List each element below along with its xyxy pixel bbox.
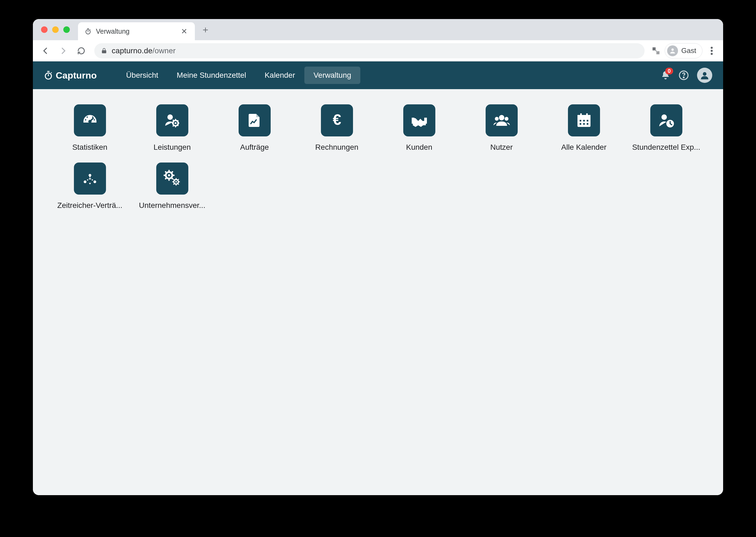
tile-invoices[interactable]: Rechnungen bbox=[301, 104, 372, 152]
tile-label: Rechnungen bbox=[315, 143, 358, 152]
user-clock-icon bbox=[650, 104, 682, 137]
tile-label: Leistungen bbox=[153, 143, 191, 152]
brand-name: Capturno bbox=[56, 70, 97, 81]
forward-button[interactable] bbox=[56, 43, 71, 59]
tile-users[interactable]: Nutzer bbox=[466, 104, 537, 152]
stopwatch-icon bbox=[44, 71, 53, 80]
tile-statistics[interactable]: Statistiken bbox=[55, 104, 125, 152]
tile-label: Nutzer bbox=[490, 143, 512, 152]
person-icon bbox=[699, 70, 710, 81]
nav-my-timesheets[interactable]: Meine Stundenzettel bbox=[167, 66, 255, 84]
tile-label: Alle Kalender bbox=[561, 143, 607, 152]
tile-orders[interactable]: Aufträge bbox=[219, 104, 290, 152]
guest-label: Gast bbox=[681, 47, 696, 55]
window-close-button[interactable] bbox=[41, 26, 48, 33]
toolbar-right: Gast bbox=[650, 43, 718, 59]
svg-point-4 bbox=[711, 53, 713, 55]
svg-point-3 bbox=[711, 50, 713, 52]
browser-tab-bar: Verwaltung ✕ ＋ bbox=[33, 19, 723, 40]
tile-label: Stundenzettel Exp... bbox=[632, 143, 700, 152]
window-maximize-button[interactable] bbox=[63, 26, 70, 33]
file-chart-icon bbox=[239, 104, 271, 137]
stopwatch-icon bbox=[84, 27, 92, 35]
main-nav: Übersicht Meine Stundenzettel Kalender V… bbox=[117, 66, 360, 84]
tile-label: Unternehmensver... bbox=[139, 201, 205, 210]
tile-label: Statistiken bbox=[72, 143, 107, 152]
browser-window: Verwaltung ✕ ＋ capturno.de/owner bbox=[33, 19, 723, 495]
brand-logo[interactable]: Capturno bbox=[44, 70, 97, 81]
distribute-icon bbox=[74, 162, 106, 194]
browser-tab[interactable]: Verwaltung ✕ bbox=[78, 22, 195, 40]
user-cog-icon bbox=[156, 104, 188, 137]
back-button[interactable] bbox=[38, 43, 53, 59]
tab-title: Verwaltung bbox=[96, 27, 176, 35]
tile-company-management[interactable]: Unternehmensver... bbox=[137, 162, 207, 210]
url-host: capturno.de bbox=[112, 47, 152, 55]
url-path: /owner bbox=[152, 47, 176, 55]
header-actions: 0 bbox=[660, 68, 712, 83]
new-tab-button[interactable]: ＋ bbox=[199, 23, 212, 36]
notification-badge: 0 bbox=[665, 68, 673, 74]
nav-calendar[interactable]: Kalender bbox=[256, 66, 304, 84]
address-field[interactable]: capturno.de/owner bbox=[94, 43, 645, 59]
cogs-icon bbox=[156, 162, 188, 194]
handshake-icon bbox=[403, 104, 435, 137]
browser-toolbar: capturno.de/owner Gast bbox=[33, 40, 723, 62]
tile-services[interactable]: Leistungen bbox=[137, 104, 207, 152]
tile-label: Aufträge bbox=[240, 143, 269, 152]
svg-point-7 bbox=[683, 77, 684, 78]
nav-overview[interactable]: Übersicht bbox=[117, 66, 167, 84]
help-button[interactable] bbox=[679, 70, 689, 80]
tile-zeitreicher-contracts[interactable]: Zeitreicher-Verträ... bbox=[55, 162, 125, 210]
svg-point-8 bbox=[703, 72, 706, 75]
account-button[interactable] bbox=[697, 68, 712, 83]
admin-tile-grid: StatistikenLeistungenAufträgeRechnungenK… bbox=[55, 104, 701, 210]
tile-label: Kunden bbox=[406, 143, 432, 152]
tile-timesheet-export[interactable]: Stundenzettel Exp... bbox=[631, 104, 701, 152]
dashboard-icon bbox=[74, 104, 106, 137]
euro-icon bbox=[321, 104, 353, 137]
svg-point-2 bbox=[711, 47, 713, 49]
window-controls bbox=[41, 26, 70, 33]
tile-label: Zeitreicher-Verträ... bbox=[57, 201, 123, 210]
notifications-button[interactable]: 0 bbox=[660, 70, 670, 80]
window-minimize-button[interactable] bbox=[52, 26, 59, 33]
tile-all-calendars[interactable]: Alle Kalender bbox=[549, 104, 619, 152]
users-icon bbox=[486, 104, 518, 137]
svg-point-1 bbox=[671, 48, 674, 51]
calendar-icon bbox=[568, 104, 600, 137]
reload-button[interactable] bbox=[74, 43, 89, 59]
lock-icon bbox=[101, 48, 107, 54]
help-icon bbox=[679, 70, 689, 80]
translate-icon[interactable] bbox=[650, 45, 662, 57]
person-icon bbox=[667, 45, 678, 56]
tile-customers[interactable]: Kunden bbox=[384, 104, 455, 152]
app-header: Capturno Übersicht Meine Stundenzettel K… bbox=[33, 62, 723, 89]
browser-menu-button[interactable] bbox=[705, 44, 718, 57]
page-content: StatistikenLeistungenAufträgeRechnungenK… bbox=[33, 89, 723, 495]
url-text: capturno.de/owner bbox=[112, 47, 176, 55]
profile-chip[interactable]: Gast bbox=[665, 43, 702, 59]
close-tab-button[interactable]: ✕ bbox=[179, 26, 189, 37]
nav-administration[interactable]: Verwaltung bbox=[304, 66, 361, 84]
